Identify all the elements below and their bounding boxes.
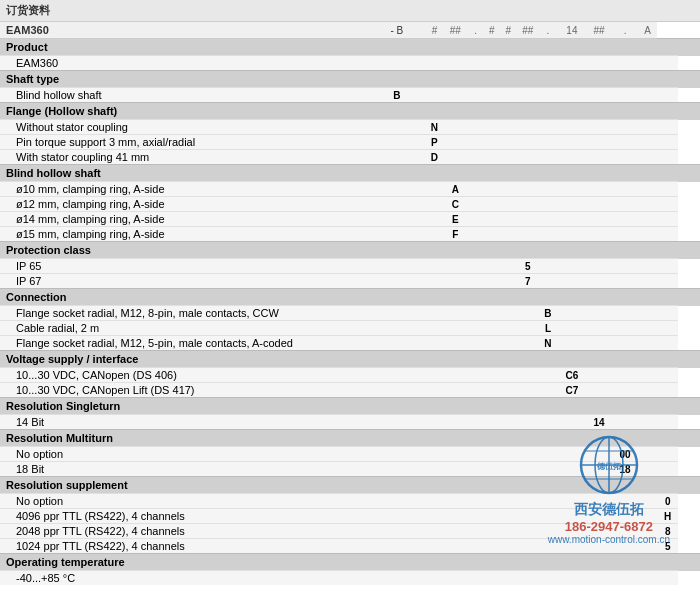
code-cell-6	[518, 539, 538, 554]
code-cell-8	[558, 336, 585, 351]
code-cell-9	[585, 88, 612, 103]
code-cell-12	[657, 259, 678, 274]
code-cell-4	[485, 274, 498, 289]
code-cell-7: N	[538, 336, 559, 351]
code-cell-11	[638, 447, 658, 462]
code-cell-7	[538, 259, 559, 274]
code-cell-12	[657, 197, 678, 212]
code-cell-10	[613, 259, 638, 274]
code-cell-12	[657, 336, 678, 351]
table-row: Operating temperature	[0, 554, 700, 571]
code-cell-10	[613, 509, 638, 524]
table-row: No option0	[0, 494, 700, 509]
item-label: IP 67	[0, 274, 370, 289]
code-cell-0	[370, 415, 424, 430]
item-label: ø14 mm, clamping ring, A-side	[0, 212, 370, 227]
table-row: 4096 ppr TTL (RS422), 4 channelsH	[0, 509, 700, 524]
code-cell-3	[466, 447, 486, 462]
header-hash3: #	[485, 22, 498, 39]
code-cell-3	[466, 259, 486, 274]
code-cell-8	[558, 462, 585, 477]
main-container: 订货资料 EAM360	[0, 0, 700, 585]
code-cell-4	[485, 321, 498, 336]
item-label: ø10 mm, clamping ring, A-side	[0, 182, 370, 197]
code-cell-1	[424, 56, 445, 71]
code-cell-4	[485, 447, 498, 462]
code-cell-5	[498, 135, 518, 150]
header-14: 14	[558, 22, 585, 39]
code-cell-9	[585, 150, 612, 165]
code-cell-7	[538, 227, 559, 242]
item-label: With stator coupling 41 mm	[0, 150, 370, 165]
code-cell-12: 0	[657, 494, 678, 509]
code-cell-6	[518, 494, 538, 509]
code-cell-11	[638, 462, 658, 477]
table-row: With stator coupling 41 mmD	[0, 150, 700, 165]
code-cell-1	[424, 368, 445, 383]
item-label: 14 Bit	[0, 415, 370, 430]
code-cell-11	[638, 212, 658, 227]
code-cell-5	[498, 321, 518, 336]
header-dot1: .	[466, 22, 486, 39]
code-cell-9	[585, 524, 612, 539]
table-row: 1024 ppr TTL (RS422), 4 channels5	[0, 539, 700, 554]
code-cell-9	[585, 56, 612, 71]
code-cell-0	[370, 462, 424, 477]
code-cell-8	[558, 120, 585, 135]
code-cell-3	[466, 120, 486, 135]
code-cell-2: F	[445, 227, 466, 242]
item-label: Cable radial, 2 m	[0, 321, 370, 336]
item-label: ø12 mm, clamping ring, A-side	[0, 197, 370, 212]
code-cell-9	[585, 539, 612, 554]
item-label: No option	[0, 447, 370, 462]
code-cell-3	[466, 56, 486, 71]
code-cell-10	[613, 88, 638, 103]
code-cell-4	[485, 120, 498, 135]
table-row: Flange socket radial, M12, 8-pin, male c…	[0, 306, 700, 321]
header-hash6: ##	[585, 22, 612, 39]
code-cell-9	[585, 227, 612, 242]
table-row: IP 655	[0, 259, 700, 274]
item-label: Blind hollow shaft	[0, 88, 370, 103]
code-cell-3	[466, 274, 486, 289]
code-cell-11	[638, 321, 658, 336]
item-label: IP 65	[0, 259, 370, 274]
code-cell-5	[498, 494, 518, 509]
code-cell-7: L	[538, 321, 559, 336]
section-label: Resolution Singleturn	[0, 398, 700, 415]
code-cell-8	[558, 135, 585, 150]
code-cell-4	[485, 494, 498, 509]
code-cell-12	[657, 571, 678, 586]
code-cell-6	[518, 88, 538, 103]
code-cell-4	[485, 336, 498, 351]
code-cell-7	[538, 274, 559, 289]
code-cell-0	[370, 321, 424, 336]
code-cell-1	[424, 227, 445, 242]
code-cell-12: 8	[657, 524, 678, 539]
code-cell-4	[485, 415, 498, 430]
code-cell-1: P	[424, 135, 445, 150]
header-dot2: .	[538, 22, 559, 39]
code-cell-9	[585, 321, 612, 336]
code-cell-11	[638, 494, 658, 509]
code-cell-12	[657, 447, 678, 462]
code-cell-12	[657, 274, 678, 289]
code-cell-0	[370, 306, 424, 321]
code-cell-8	[558, 306, 585, 321]
code-cell-12: H	[657, 509, 678, 524]
code-cell-3	[466, 182, 486, 197]
code-cell-0	[370, 150, 424, 165]
table-row: Flange (Hollow shaft)	[0, 103, 700, 120]
code-cell-6	[518, 509, 538, 524]
code-cell-10	[613, 182, 638, 197]
table-row: ø12 mm, clamping ring, A-sideC	[0, 197, 700, 212]
code-cell-9	[585, 368, 612, 383]
code-cell-12	[657, 306, 678, 321]
code-cell-9	[585, 571, 612, 586]
code-cell-1	[424, 539, 445, 554]
code-cell-8	[558, 321, 585, 336]
code-cell-12	[657, 321, 678, 336]
code-cell-7	[538, 462, 559, 477]
code-cell-8	[558, 509, 585, 524]
code-cell-3	[466, 88, 486, 103]
